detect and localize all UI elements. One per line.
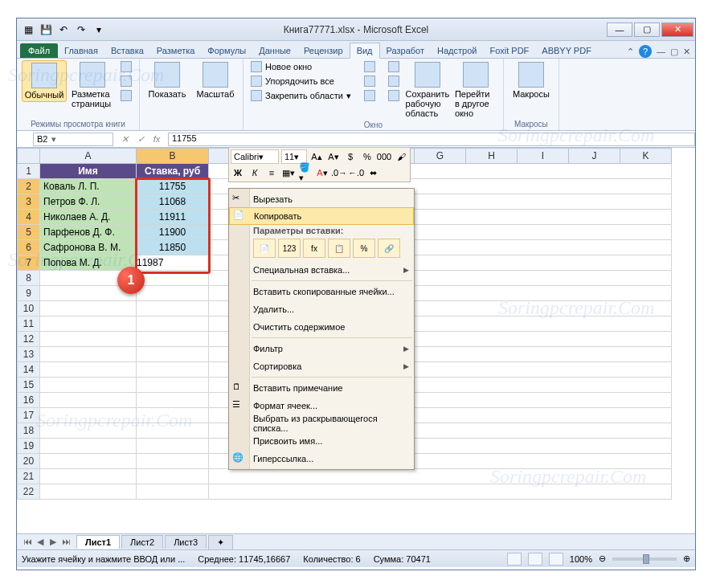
italic-icon[interactable]: К	[248, 165, 262, 180]
paste-opt-link[interactable]: 🔗	[378, 239, 400, 258]
tab-home[interactable]: Главная	[58, 43, 104, 58]
row-header[interactable]: 13	[18, 347, 40, 362]
cell[interactable]: Попова М. Д.	[40, 255, 137, 271]
view-fullscreen-button[interactable]	[118, 89, 134, 102]
format-painter-icon[interactable]: 🖌	[394, 149, 408, 164]
cancel-formula-icon[interactable]: ✕	[118, 134, 131, 145]
tab-review[interactable]: Рецензир	[297, 43, 350, 58]
row-header[interactable]: 8	[18, 271, 40, 286]
tab-formulas[interactable]: Формулы	[201, 43, 252, 58]
tab-developer[interactable]: Разработ	[380, 43, 431, 58]
show-button[interactable]: Показать	[145, 60, 190, 100]
percent-format-icon[interactable]: %	[360, 149, 374, 164]
doc-minimize-icon[interactable]: —	[657, 47, 665, 56]
arrange-button[interactable]: Упорядочить все	[248, 75, 354, 88]
name-box[interactable]: B2 ▾	[33, 133, 113, 146]
zoom-button[interactable]: Масштаб	[193, 60, 238, 100]
paste-opt-formulas[interactable]: fx	[303, 239, 325, 258]
cm-insert-copied[interactable]: Вставить скопированные ячейки...	[229, 283, 414, 300]
sync-scroll-button[interactable]	[386, 75, 402, 88]
fx-icon[interactable]: fx	[150, 134, 163, 145]
cm-hyperlink[interactable]: 🌐Гиперссылка...	[229, 450, 414, 468]
col-header-I[interactable]: I	[518, 149, 569, 164]
tab-data[interactable]: Данные	[252, 43, 297, 58]
view-layout-btn[interactable]	[528, 553, 542, 566]
font-color-icon[interactable]: A▾	[315, 165, 329, 180]
zoom-in-icon[interactable]: ⊕	[683, 553, 690, 564]
merge-icon[interactable]: ⬌	[366, 165, 380, 180]
cell[interactable]: 11068	[137, 194, 209, 210]
hide-button[interactable]	[362, 75, 378, 88]
col-header-J[interactable]: J	[569, 149, 620, 164]
cm-paste-special[interactable]: Специальная вставка...▶	[229, 261, 414, 279]
cm-copy[interactable]: 📄Копировать	[229, 207, 414, 225]
row-header[interactable]: 21	[18, 469, 40, 484]
row-header[interactable]: 9	[18, 286, 40, 301]
row-header[interactable]: 17	[18, 408, 40, 423]
tab-view[interactable]: Вид	[350, 43, 380, 59]
fill-color-icon[interactable]: 🪣▾	[298, 165, 313, 180]
font-family-select[interactable]: Calibri ▾	[231, 149, 279, 164]
minimize-button[interactable]: —	[607, 22, 632, 37]
align-center-icon[interactable]: ≡	[264, 165, 279, 180]
paste-opt-transpose[interactable]: 📋	[328, 239, 350, 258]
save-workspace-button[interactable]: Сохранить рабочую область	[405, 60, 450, 120]
namebox-dropdown-icon[interactable]: ▾	[47, 134, 60, 145]
header-name[interactable]: Имя	[40, 164, 137, 179]
cell[interactable]: 11755	[137, 179, 209, 194]
row-header[interactable]: 6	[18, 240, 40, 255]
shrink-font-icon[interactable]: A▾	[326, 149, 341, 164]
tab-layout[interactable]: Разметка	[150, 43, 202, 58]
view-side-button[interactable]	[386, 60, 402, 73]
new-sheet-button[interactable]: ✦	[208, 535, 233, 549]
view-normal-btn[interactable]	[507, 553, 522, 566]
col-header-K[interactable]: K	[620, 149, 672, 164]
cm-cut[interactable]: ✂Вырезать	[229, 190, 414, 208]
view-pagebreak-button[interactable]	[118, 60, 134, 73]
cell[interactable]: Петров Ф. Л.	[40, 194, 137, 210]
border-icon[interactable]: ▦▾	[281, 165, 296, 180]
row-header[interactable]: 15	[18, 378, 40, 393]
freeze-button[interactable]: Закрепить области ▾	[248, 89, 354, 102]
cell[interactable]: Сафронова В. М.	[40, 240, 137, 255]
doc-restore-icon[interactable]: ▢	[670, 47, 678, 57]
row-header[interactable]: 10	[18, 301, 40, 316]
save-icon[interactable]: 💾	[39, 23, 52, 36]
new-window-button[interactable]: Новое окно	[248, 60, 354, 73]
col-header-G[interactable]: G	[415, 149, 466, 164]
view-break-btn[interactable]	[549, 553, 563, 566]
tab-insert[interactable]: Вставка	[104, 43, 150, 58]
row-header[interactable]: 3	[18, 194, 40, 210]
row-header[interactable]: 20	[18, 454, 40, 469]
tab-foxit[interactable]: Foxit PDF	[483, 43, 535, 58]
zoom-thumb[interactable]	[643, 554, 649, 564]
cm-delete[interactable]: Удалить...	[229, 300, 414, 318]
doc-close-icon[interactable]: ✕	[683, 47, 690, 57]
row-header[interactable]: 4	[18, 210, 40, 225]
paste-opt-formatting[interactable]: %	[353, 239, 375, 258]
accept-formula-icon[interactable]: ✓	[134, 134, 147, 145]
row-header[interactable]: 14	[18, 362, 40, 378]
qa-dropdown-icon[interactable]: ▾	[92, 23, 105, 36]
col-header-H[interactable]: H	[466, 149, 518, 164]
help-icon[interactable]: ?	[639, 45, 652, 58]
cell[interactable]: Коваль Л. П.	[40, 179, 137, 194]
header-rate[interactable]: Ставка, руб	[137, 164, 209, 179]
zoom-out-icon[interactable]: ⊖	[599, 553, 606, 564]
bold-icon[interactable]: Ж	[231, 165, 245, 180]
sheet-tab-3[interactable]: Лист3	[165, 535, 207, 549]
comma-format-icon[interactable]: 000	[377, 149, 391, 164]
cell[interactable]: 11987	[137, 255, 209, 271]
tab-addins[interactable]: Надстрой	[431, 43, 483, 58]
sheet-tab-2[interactable]: Лист2	[121, 535, 163, 549]
increase-decimal-icon[interactable]: .0→	[332, 165, 346, 180]
split-button[interactable]	[362, 60, 378, 73]
zoom-slider[interactable]	[612, 557, 677, 561]
cell[interactable]: 11911	[137, 210, 209, 225]
cell[interactable]: 11850	[137, 240, 209, 255]
row-header[interactable]: 18	[18, 423, 40, 439]
row-header[interactable]: 16	[18, 393, 40, 408]
select-all-corner[interactable]	[18, 149, 40, 164]
row-header[interactable]: 11	[18, 316, 40, 332]
col-header-B[interactable]: B	[137, 149, 209, 164]
